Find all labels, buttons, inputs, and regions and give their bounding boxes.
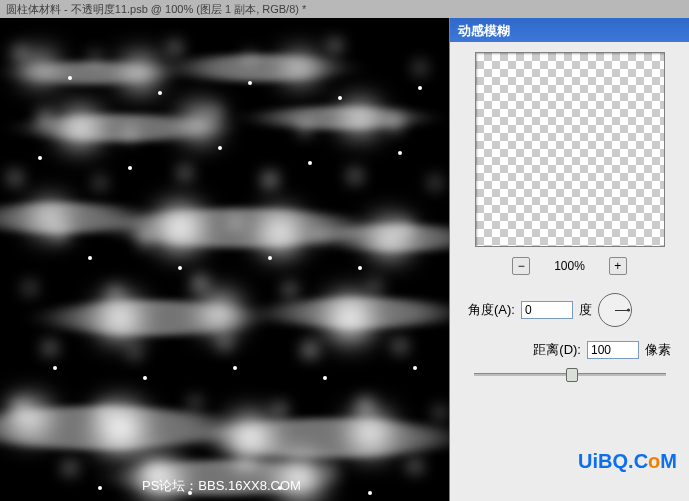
svg-point-93 (413, 366, 417, 370)
svg-point-62 (304, 344, 316, 356)
dialog-title-bar[interactable]: 动感模糊 (450, 18, 689, 42)
svg-point-80 (38, 156, 42, 160)
svg-point-53 (400, 223, 410, 233)
zoom-in-button[interactable]: + (609, 257, 627, 275)
svg-point-70 (65, 463, 75, 473)
slider-thumb[interactable] (566, 368, 578, 382)
distance-slider[interactable] (474, 373, 666, 376)
svg-point-72 (240, 458, 250, 468)
svg-point-97 (368, 491, 372, 495)
distance-unit: 像素 (645, 341, 671, 359)
svg-point-68 (359, 400, 371, 412)
svg-point-39 (125, 128, 135, 138)
svg-point-63 (395, 341, 405, 351)
svg-point-67 (275, 405, 285, 415)
svg-point-90 (143, 376, 147, 380)
canvas-area (0, 18, 449, 501)
angle-dial[interactable] (598, 293, 632, 327)
svg-point-82 (218, 146, 222, 150)
svg-point-83 (308, 161, 312, 165)
svg-point-35 (246, 54, 254, 62)
zoom-level: 100% (554, 259, 585, 273)
svg-point-66 (191, 399, 199, 407)
svg-point-42 (389, 117, 401, 129)
dialog-body: − 100% + 角度(A): 度 距离(D): 像素 (450, 42, 689, 386)
svg-point-4 (270, 106, 410, 130)
zoom-out-button[interactable]: − (512, 257, 530, 275)
svg-point-24 (202, 295, 238, 331)
svg-point-87 (268, 256, 272, 260)
svg-point-13 (26, 54, 54, 82)
svg-point-25 (328, 296, 372, 340)
svg-point-58 (371, 282, 379, 290)
distance-row: 距离(D): 像素 (460, 341, 679, 359)
svg-point-78 (338, 96, 342, 100)
angle-label: 角度(A): (468, 301, 515, 319)
window-title-bar: 圆柱体材料 - 不透明度11.psb @ 100% (图层 1 副本, RGB/… (0, 0, 689, 18)
svg-point-34 (170, 43, 180, 53)
svg-point-46 (264, 174, 276, 186)
svg-point-81 (128, 166, 132, 170)
svg-point-74 (410, 461, 420, 471)
svg-point-91 (233, 366, 237, 370)
svg-point-14 (124, 57, 156, 89)
svg-point-79 (418, 86, 422, 90)
svg-point-29 (350, 413, 390, 453)
angle-input[interactable] (521, 301, 573, 319)
svg-point-37 (416, 64, 424, 72)
distance-input[interactable] (587, 341, 639, 359)
svg-point-61 (220, 338, 230, 348)
svg-point-33 (91, 54, 99, 62)
svg-point-92 (323, 376, 327, 380)
svg-point-43 (10, 173, 20, 183)
distance-label: 距离(D): (533, 341, 581, 359)
svg-point-55 (110, 288, 120, 298)
svg-point-49 (55, 228, 65, 238)
svg-point-84 (398, 151, 402, 155)
svg-point-85 (88, 256, 92, 260)
svg-point-65 (100, 408, 110, 418)
svg-point-45 (180, 168, 190, 178)
svg-point-44 (96, 179, 104, 187)
svg-point-41 (300, 123, 310, 133)
preview-box[interactable] (475, 52, 665, 247)
svg-point-18 (344, 102, 376, 134)
svg-point-86 (178, 266, 182, 270)
brand-watermark: UiBQ.CoM (578, 450, 677, 473)
svg-point-89 (53, 366, 57, 370)
svg-point-76 (158, 91, 162, 95)
canvas-image (0, 18, 449, 501)
motion-blur-dialog: 动感模糊 − 100% + 角度(A): 度 距离(D): 像素 (449, 18, 689, 501)
angle-unit: 度 (579, 301, 592, 319)
angle-row: 角度(A): 度 (460, 293, 679, 327)
svg-point-32 (15, 48, 25, 58)
svg-point-21 (260, 213, 300, 253)
plus-icon: + (614, 259, 621, 273)
svg-point-23 (100, 298, 140, 338)
minus-icon: − (518, 259, 525, 273)
zoom-controls: − 100% + (460, 257, 679, 275)
svg-point-69 (436, 409, 444, 417)
svg-point-50 (139, 232, 151, 244)
footer-watermark: PS论坛：BBS.16XX8.COM (142, 477, 301, 495)
svg-point-57 (285, 285, 295, 295)
svg-point-59 (45, 343, 55, 353)
svg-point-73 (326, 466, 334, 474)
svg-point-77 (248, 81, 252, 85)
svg-point-40 (211, 109, 219, 117)
svg-point-51 (230, 218, 240, 228)
dialog-title: 动感模糊 (458, 23, 510, 38)
window-title: 圆柱体材料 - 不透明度11.psb @ 100% (图层 1 副本, RGB/… (6, 3, 306, 15)
svg-point-54 (26, 284, 34, 292)
svg-point-28 (228, 416, 272, 460)
svg-point-16 (62, 110, 98, 146)
svg-point-36 (330, 41, 340, 51)
svg-point-56 (194, 277, 206, 289)
svg-point-20 (158, 206, 202, 250)
svg-point-75 (68, 76, 72, 80)
svg-point-52 (316, 232, 324, 240)
svg-point-38 (39, 112, 51, 124)
svg-point-47 (350, 171, 360, 181)
svg-point-88 (358, 266, 362, 270)
svg-point-94 (98, 486, 102, 490)
